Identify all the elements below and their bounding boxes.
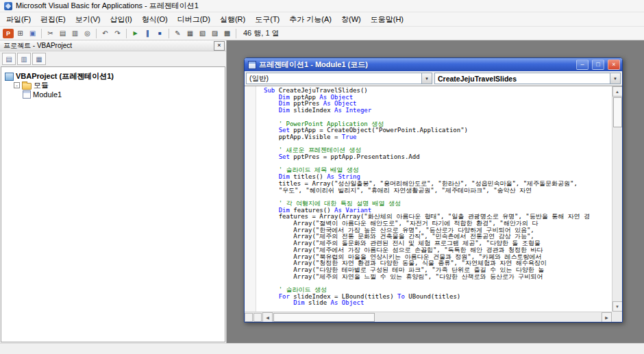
caret-position: 46 행, 1 열 [243,28,280,38]
code-line: Dim slideIndex As Integer [264,108,612,114]
scrollbar-corner [612,312,622,322]
cut-icon[interactable]: ✂ [45,28,56,39]
menu-item-4[interactable]: 형식(O) [137,12,173,27]
code-body: Sub CreateJejuTravelSlides() Dim pptApp … [245,86,622,322]
folder-icon [22,83,32,90]
toolbar-separator [236,29,236,38]
code-line: Dim slide As Object [264,300,612,307]
scroll-right-icon[interactable]: ▶ [602,312,612,323]
procedure-dropdown[interactable]: CreateJejuTravelSlides ▼ [434,73,621,84]
menu-item-7[interactable]: 도구(T) [250,12,284,27]
powerpoint-icon[interactable]: P [3,29,14,38]
toolbar-separator [126,29,127,38]
project-explorer-icon[interactable]: ▦ [184,28,196,39]
tree-item-label: VBAProject (프레젠테이션1) [16,71,114,81]
menu-item-1[interactable]: 편집(E) [36,12,71,27]
code-line: Array("제주의 자연을 느낄 수 있는 휴양림", "다양한 산책로와 등… [264,274,612,281]
status-strip [0,343,644,354]
toolbar-separator [169,29,169,38]
code-line: pptApp.Visible = True [264,134,612,141]
window-title: Microsoft Visual Basic for Applications … [16,1,199,11]
redo-icon[interactable]: ↷ [112,28,123,39]
vertical-scroll-thumb[interactable] [613,97,622,127]
paste-icon[interactable]: ▥ [69,28,81,39]
view-object-icon[interactable]: ▥ [17,53,31,65]
procedure-dropdown-value: CreateJejuTravelSlides [438,75,610,83]
menubar: 파일(F)편집(E)보기(V)삽입(I)형식(O)디버그(D)실행(R)도구(T… [0,12,644,27]
toolbar-separator [41,29,42,38]
minimize-icon[interactable]: – [576,60,589,70]
toggle-folders-icon[interactable]: ▦ [32,53,46,65]
tree-item-modules-folder[interactable]: -모듈 [1,81,225,90]
menu-item-9[interactable]: 창(W) [336,12,366,27]
reset-icon[interactable]: ■ [154,28,166,39]
margin-indicator-bar [245,86,256,312]
close-icon[interactable]: × [608,60,620,70]
chevron-down-icon[interactable]: ▼ [610,73,620,84]
view-code-icon[interactable]: ▤ [2,53,16,65]
menu-item-5[interactable]: 디버그(D) [173,12,215,27]
object-dropdown[interactable]: (일반) ▼ [246,73,432,84]
toolbar-icons: P⊞▣✂▤▥◎↶↷▶∥■✎▦▧▨▩ [3,28,238,39]
break-icon[interactable]: ∥ [142,28,153,39]
menu-item-2[interactable]: 보기(V) [71,12,106,27]
main-area: 프로젝트 - VBAProject × ▤▥▦ VBAProject (프레젠테… [0,40,644,343]
scroll-up-icon[interactable]: ▲ [612,86,623,97]
object-browser-icon[interactable]: ▨ [209,28,221,39]
menu-item-8[interactable]: 추가 기능(A) [284,12,336,27]
horizontal-scrollbar[interactable]: ◀ ▶ [245,312,612,322]
maximize-icon[interactable]: □ [592,60,604,70]
toolbox-icon[interactable]: ▩ [221,28,233,39]
project-explorer-panel: 프로젝트 - VBAProject × ▤▥▦ VBAProject (프레젠테… [0,40,227,343]
design-mode-icon[interactable]: ✎ [172,28,184,39]
menu-item-0[interactable]: 파일(F) [1,12,36,27]
code-window: 프레젠테이션1 - Module1 (코드) – □ × (일반) ▼ Crea… [244,58,623,323]
project-panel-toolbar: ▤▥▦ [0,51,226,66]
tree-item-label: Module1 [33,90,62,99]
scroll-down-icon[interactable]: ▼ [612,301,623,312]
code-editor[interactable]: Sub CreateJejuTravelSlides() Dim pptApp … [256,88,612,312]
full-module-view-icon[interactable] [253,313,262,322]
find-icon[interactable]: ◎ [82,28,93,39]
insert-userform-icon[interactable]: ⊞ [14,28,26,39]
object-dropdown-value: (일반) [249,74,421,84]
combo-row: (일반) ▼ CreateJejuTravelSlides ▼ [245,71,622,86]
code-window-title: 프레젠테이션1 - Module1 (코드) [259,60,573,70]
titlebar: Microsoft Visual Basic for Applications … [0,0,644,12]
vba-app-window: Microsoft Visual Basic for Applications … [0,0,644,354]
menu-item-3[interactable]: 삽입(I) [105,12,136,27]
scroll-left-icon[interactable]: ◀ [262,312,273,323]
tree-collapse-icon[interactable]: - [14,82,20,88]
toolbar-separator [96,29,97,38]
procedure-view-icon[interactable] [245,313,253,322]
tree-item-label: 모듈 [34,80,49,90]
toolbar: P⊞▣✂▤▥◎↶↷▶∥■✎▦▧▨▩ 46 행, 1 열 [0,27,644,40]
project-panel-header: 프로젝트 - VBAProject × [0,40,226,51]
save-icon[interactable]: ▣ [27,28,38,39]
code-window-titlebar[interactable]: 프레젠테이션1 - Module1 (코드) – □ × [245,58,622,71]
properties-window-icon[interactable]: ▧ [197,28,208,39]
horizontal-scroll-thumb[interactable] [273,313,375,322]
copy-icon[interactable]: ▤ [57,28,69,39]
project-tree: VBAProject (프레젠테이션1)-모듈Module1 [1,66,225,342]
vba-app-icon [4,2,12,10]
menu-item-10[interactable]: 도움말(H) [366,12,408,27]
run-icon[interactable]: ▶ [129,28,141,39]
menu-item-6[interactable]: 실행(R) [215,12,250,27]
vertical-scrollbar[interactable]: ▲ ▼ [612,86,622,312]
undo-icon[interactable]: ↶ [99,28,111,39]
close-icon[interactable]: × [214,41,225,51]
module-window-icon [248,61,256,69]
mdi-area: 프레젠테이션1 - Module1 (코드) – □ × (일반) ▼ Crea… [227,40,644,343]
code-line: "우도", "헤이리쉬 빌리지", "휴애리 자연생활공원", "제주테마파크"… [264,188,612,194]
tree-item-module1[interactable]: Module1 [1,90,225,99]
project-icon [5,73,14,81]
chevron-down-icon[interactable]: ▼ [421,73,432,84]
project-panel-title: 프로젝트 - VBAProject [3,41,72,51]
module-icon [23,90,31,99]
code-line: Set pptPres = pptApp.Presentations.Add [264,154,612,161]
